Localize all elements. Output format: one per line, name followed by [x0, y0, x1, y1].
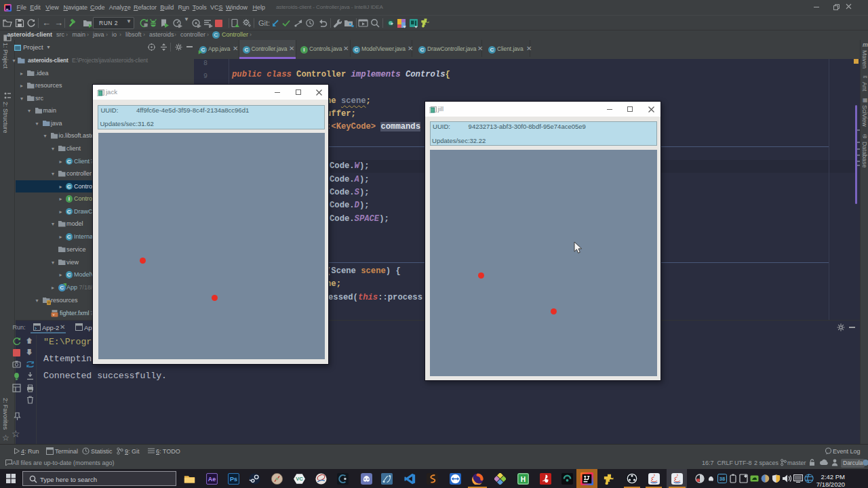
svg-text:38: 38 [719, 476, 725, 482]
svg-text:H: H [520, 475, 525, 483]
svg-text:Ae: Ae [208, 476, 215, 483]
svg-text:Ps: Ps [230, 476, 237, 483]
svg-text:VC: VC [296, 476, 303, 482]
